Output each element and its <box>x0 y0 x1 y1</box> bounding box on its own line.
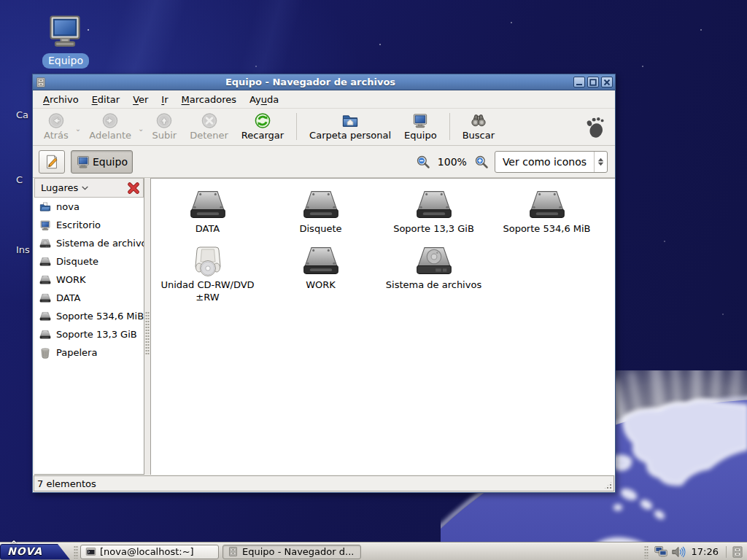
nova-menu-button[interactable]: ^ NOVA <box>0 544 70 560</box>
pane-divider[interactable] <box>144 178 150 475</box>
stop-icon <box>200 112 219 129</box>
file-item-soporte-13-3-gib[interactable]: Soporte 13,3 GiB <box>377 186 490 242</box>
sidebar-item-sistema-de-archivos[interactable]: Sistema de archivos <box>34 234 144 252</box>
desktop: Equipo CaCIns Equipo - Navegador de arch… <box>0 0 747 560</box>
side-pane-title: Lugares <box>41 182 78 193</box>
toggle-location-entry-button[interactable] <box>39 150 65 174</box>
file-item-soporte-534-6-mib[interactable]: Soporte 534,6 MiB <box>490 186 603 242</box>
file-item-work[interactable]: WORK <box>264 242 377 311</box>
menu-marcadores[interactable]: Marcadores <box>176 92 242 107</box>
task-button-2[interactable]: Equipo - Navegador d... <box>222 545 361 559</box>
desktop-icon-equipo[interactable]: Equipo <box>42 12 88 69</box>
close-side-pane-icon[interactable] <box>127 182 140 195</box>
menu-ayuda[interactable]: Ayuda <box>244 92 285 107</box>
divider-grip <box>145 311 150 355</box>
edit-location-icon <box>44 154 60 170</box>
sidebar-item-papelera[interactable]: Papelera <box>34 343 144 362</box>
toolbar-button-label: Equipo <box>404 130 437 141</box>
cdrom-icon <box>189 245 227 277</box>
zoom-out-icon[interactable] <box>416 155 430 169</box>
toolbar-carpeta-personal[interactable]: Carpeta personal <box>303 110 398 143</box>
partial-desktop-label: Ins <box>16 244 30 255</box>
toolbar-recargar[interactable]: Recargar <box>235 110 290 143</box>
task-button-label: [nova@localhost:~] <box>100 546 194 557</box>
view-mode-select[interactable]: Ver como iconos <box>495 151 608 173</box>
file-item-sistema-de-archivos[interactable]: Sistema de archivos <box>377 242 490 311</box>
sidebar-item-nova[interactable]: nova <box>34 198 144 216</box>
side-pane-header[interactable]: Lugares <box>34 178 144 198</box>
hdd-icon <box>39 238 51 249</box>
sidebar-item-data[interactable]: DATA <box>34 289 144 307</box>
spinner-arrows-icon <box>594 152 607 172</box>
menu-editar[interactable]: Editar <box>86 92 126 107</box>
menu-archivo[interactable]: Archivo <box>37 92 85 107</box>
path-button-equipo[interactable]: Equipo <box>71 150 133 174</box>
status-text: 7 elementos <box>37 478 96 489</box>
toolbar-button-label: Adelante <box>89 130 131 141</box>
maximize-button[interactable] <box>587 77 599 88</box>
sidebar-item-label: nova <box>56 201 80 212</box>
file-item-data[interactable]: DATA <box>151 186 264 242</box>
icon-grid: DATADisqueteSoporte 13,3 GiBSoporte 534,… <box>151 179 615 311</box>
panel-drag-handle[interactable] <box>74 545 78 559</box>
file-browser-window: Equipo - Navegador de archivos ArchivoEd… <box>32 74 616 493</box>
file-item-label: Soporte 13,3 GiB <box>393 223 474 235</box>
dropdown-chevron-icon: ⌄ <box>138 125 144 133</box>
folder-blue-icon <box>39 201 51 213</box>
computer-icon <box>45 12 85 50</box>
sidebar-item-label: Disquete <box>56 256 98 267</box>
sidebar-item-work[interactable]: WORK <box>34 271 144 289</box>
toolbar-button-label: Atrás <box>44 130 69 141</box>
zoom-level: 100% <box>436 156 468 168</box>
clock[interactable]: 17:26 <box>689 546 721 557</box>
toolbar-detener: Detener <box>183 110 235 143</box>
home-folder-icon <box>341 112 360 129</box>
window-title: Equipo - Navegador de archivos <box>50 77 571 88</box>
menu-ver[interactable]: Ver <box>127 92 154 107</box>
sidebar-item-label: Sistema de archivos <box>56 238 144 249</box>
drive-icon <box>302 189 340 221</box>
minimize-button[interactable] <box>573 77 585 88</box>
drive-icon <box>415 189 453 221</box>
toolbar-button-label: Carpeta personal <box>309 130 391 141</box>
toolbar-separator <box>449 113 450 140</box>
close-button[interactable] <box>601 77 613 88</box>
side-pane: Lugares novaEscritorioSistema de archivo… <box>34 178 144 475</box>
toolbar-buscar[interactable]: Buscar <box>456 110 501 143</box>
computer-icon <box>411 112 430 129</box>
desktop-icon <box>39 219 51 231</box>
window-selector-icon[interactable] <box>731 545 744 559</box>
sidebar-item-label: Papelera <box>56 347 97 358</box>
cabinet-icon <box>228 546 239 557</box>
toolbar-button-label: Subir <box>152 130 177 141</box>
close-icon <box>603 79 611 86</box>
file-item-disquete[interactable]: Disquete <box>264 186 377 242</box>
toolbar-separator <box>296 113 297 140</box>
toolbar-equipo[interactable]: Equipo <box>398 110 444 143</box>
sidebar-item-label: Escritorio <box>56 219 101 230</box>
status-bar: 7 elementos <box>34 475 614 491</box>
drive-icon <box>39 311 51 322</box>
sidebar-item-escritorio[interactable]: Escritorio <box>34 216 144 234</box>
sidebar-item-soporte-13,3-gib[interactable]: Soporte 13,3 GiB <box>34 325 144 343</box>
path-button-label: Equipo <box>93 156 128 168</box>
zoom-in-icon[interactable] <box>474 155 489 169</box>
desktop-icon-label: Equipo <box>42 53 89 69</box>
starfield <box>0 0 1 1</box>
toolbar-atrás: Atrás <box>37 110 75 143</box>
taskbar: ^ NOVA [nova@localhost:~]Equipo - Navega… <box>0 542 747 560</box>
sidebar-item-soporte-534,6-mib[interactable]: Soporte 534,6 MiB <box>34 307 144 325</box>
window-list: [nova@localhost:~]Equipo - Navegador d..… <box>80 545 365 559</box>
file-item-unidad-cd-rw-dvd-rw[interactable]: Unidad CD-RW/DVD ±RW <box>151 242 264 311</box>
file-view[interactable]: DATADisqueteSoporte 13,3 GiBSoporte 534,… <box>150 178 615 475</box>
task-button-1[interactable]: [nova@localhost:~] <box>80 545 219 559</box>
network-icon[interactable] <box>654 545 668 559</box>
nova-logo-text: NOVA <box>7 545 42 557</box>
gnome-foot-icon <box>584 115 606 139</box>
panel-drag-handle[interactable] <box>644 545 649 559</box>
resize-grip[interactable] <box>603 481 613 490</box>
titlebar[interactable]: Equipo - Navegador de archivos <box>33 74 615 90</box>
sidebar-item-disquete[interactable]: Disquete <box>34 252 144 271</box>
volume-icon[interactable] <box>671 545 686 559</box>
menu-ir[interactable]: Ir <box>155 92 174 107</box>
